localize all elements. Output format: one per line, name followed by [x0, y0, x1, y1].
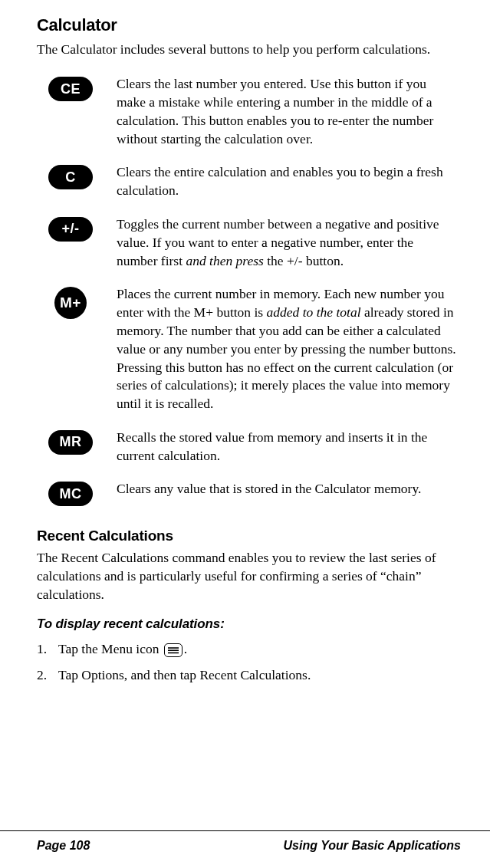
button-definitions: CE Clears the last number you entered. U…: [43, 75, 461, 506]
definition-row: CE Clears the last number you entered. U…: [43, 75, 461, 148]
section-title: Calculator: [37, 15, 461, 35]
definition-text: Clears the last number you entered. Use …: [117, 75, 461, 148]
subsection-title: Recent Calculations: [37, 528, 461, 544]
menu-icon: [164, 643, 183, 657]
plus-minus-button-icon: +/-: [48, 217, 93, 242]
step-number: 1.: [37, 638, 51, 659]
step-text: Tap Options, and then tap Recent Calcula…: [58, 664, 311, 686]
ce-button-icon: CE: [48, 77, 93, 101]
footer-chapter: Using Your Basic Applications: [284, 839, 461, 853]
definition-row: MC Clears any value that is stored in th…: [43, 480, 461, 506]
howto-heading: To display recent calculations:: [37, 616, 461, 632]
definition-text: Toggles the current number between a neg…: [117, 215, 461, 270]
step-number: 2.: [37, 664, 51, 686]
definition-text: Recalls the stored value from memory and…: [117, 429, 461, 465]
step-item: 2. Tap Options, and then tap Recent Calc…: [37, 664, 461, 686]
intro-paragraph: The Calculator includes several buttons …: [37, 40, 461, 58]
steps-list: 1. Tap the Menu icon . 2. Tap Options, a…: [37, 638, 461, 686]
definition-text: Clears any value that is stored in the C…: [117, 480, 426, 498]
mr-button-icon: MR: [48, 430, 93, 455]
definition-text: Clears the entire calculation and enable…: [117, 163, 461, 200]
definition-row: M+ Places the current number in memory. …: [43, 285, 461, 413]
definition-row: MR Recalls the stored value from memory …: [43, 429, 461, 465]
definition-text: Places the current number in memory. Eac…: [117, 285, 461, 413]
m-plus-button-icon: M+: [54, 287, 87, 319]
page-number: Page 108: [37, 839, 90, 853]
step-item: 1. Tap the Menu icon .: [37, 638, 461, 659]
mc-button-icon: MC: [48, 482, 93, 506]
step-text: Tap the Menu icon .: [58, 638, 187, 659]
subsection-intro: The Recent Calculations command enables …: [37, 549, 461, 603]
definition-row: C Clears the entire calculation and enab…: [43, 163, 461, 200]
page-footer: Page 108 Using Your Basic Applications: [0, 830, 490, 853]
c-button-icon: C: [48, 165, 93, 189]
definition-row: +/- Toggles the current number between a…: [43, 215, 461, 270]
